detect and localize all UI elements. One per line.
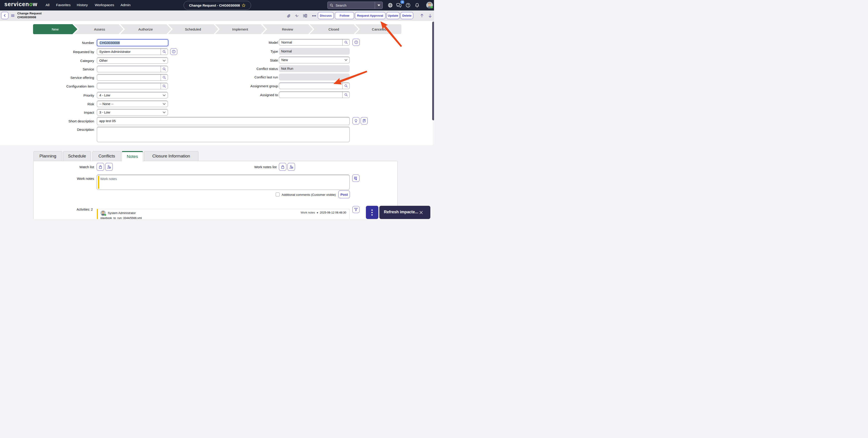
- svg-text:Review: Review: [282, 27, 293, 31]
- svg-text:Assess: Assess: [94, 27, 105, 31]
- svg-text:Authorize: Authorize: [138, 27, 153, 31]
- svg-text:Scheduled: Scheduled: [185, 27, 201, 31]
- svg-text:New: New: [52, 27, 59, 31]
- svg-text:Implement: Implement: [232, 27, 248, 31]
- svg-text:Closed: Closed: [329, 27, 339, 31]
- svg-text:Canceled: Canceled: [372, 27, 386, 31]
